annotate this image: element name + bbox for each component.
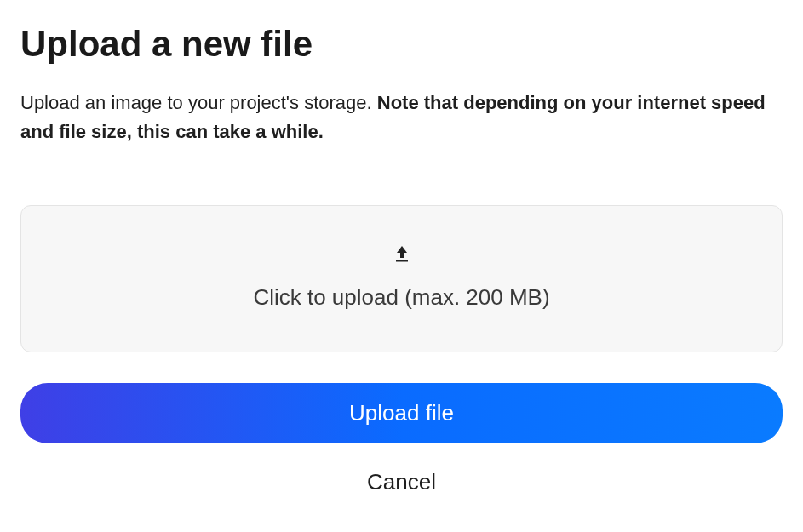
upload-file-button[interactable]: Upload file — [20, 383, 783, 443]
cancel-button[interactable]: Cancel — [20, 464, 783, 501]
dialog-title: Upload a new file — [20, 24, 783, 65]
svg-rect-0 — [396, 260, 408, 262]
dropzone-label: Click to upload (max. 200 MB) — [253, 284, 549, 311]
dialog-description: Upload an image to your project's storag… — [20, 89, 783, 146]
upload-icon — [392, 243, 412, 267]
file-dropzone[interactable]: Click to upload (max. 200 MB) — [20, 205, 783, 352]
description-text-normal: Upload an image to your project's storag… — [20, 92, 377, 113]
divider — [20, 174, 783, 174]
